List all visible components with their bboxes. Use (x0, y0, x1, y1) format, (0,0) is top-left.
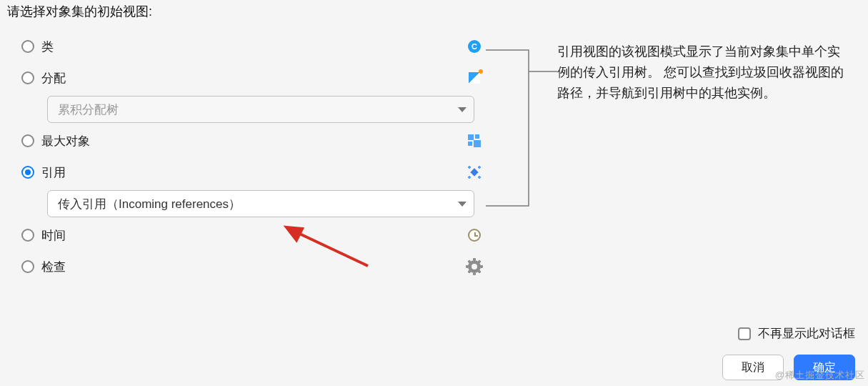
prompt-label: 请选择对象集的初始视图: (7, 3, 482, 20)
allocation-icon (467, 70, 482, 86)
option-label: 时间 (41, 227, 66, 244)
option-time[interactable]: 时间 (7, 222, 482, 249)
initial-view-panel: 请选择对象集的初始视图: 类 C 分配 累积分配树 最大对象 (7, 3, 482, 280)
dont-show-again[interactable]: 不再显示此对话框 (738, 325, 855, 342)
radio-time[interactable] (21, 229, 34, 242)
option-inspection[interactable]: 检查 (7, 253, 482, 280)
option-label: 引用 (41, 164, 66, 181)
gear-icon (467, 259, 482, 274)
description-bracket (486, 43, 557, 214)
cancel-button[interactable]: 取消 (722, 355, 784, 380)
dialog-footer: 不再显示此对话框 取消 确定 (722, 325, 855, 380)
radio-reference[interactable] (21, 166, 34, 179)
dropdown-value: 累积分配树 (58, 102, 119, 118)
allocation-tree-dropdown: 累积分配树 (47, 96, 474, 123)
option-label: 分配 (41, 70, 66, 86)
option-label: 最大对象 (41, 133, 90, 149)
reference-icon (467, 164, 482, 180)
option-allocation[interactable]: 分配 (7, 64, 482, 91)
radio-allocation[interactable] (21, 71, 34, 84)
reference-mode-dropdown[interactable]: 传入引用（Incoming references） (47, 190, 474, 217)
biggest-objects-icon (467, 133, 482, 149)
svg-line-0 (295, 232, 368, 266)
description-text: 引用视图的该视图模式显示了当前对象集中单个实例的传入引用树。 您可以查找到垃圾回… (557, 41, 847, 103)
ok-button[interactable]: 确定 (794, 355, 855, 380)
checkbox[interactable] (738, 327, 751, 340)
options-group: 类 C 分配 累积分配树 最大对象 引用 (7, 33, 482, 280)
checkbox-label: 不再显示此对话框 (758, 325, 855, 342)
class-icon: C (467, 39, 482, 54)
dropdown-value: 传入引用（Incoming references） (58, 196, 241, 212)
clock-icon (467, 227, 482, 243)
radio-biggest[interactable] (21, 134, 34, 147)
radio-class[interactable] (21, 40, 34, 53)
svg-marker-1 (286, 227, 302, 240)
option-label: 检查 (41, 259, 66, 275)
chevron-down-icon (458, 202, 467, 207)
option-label: 类 (41, 39, 54, 55)
option-biggest[interactable]: 最大对象 (7, 127, 482, 154)
annotation-arrow (282, 223, 375, 273)
chevron-down-icon (458, 107, 467, 112)
radio-inspection[interactable] (21, 260, 34, 273)
option-reference[interactable]: 引用 (7, 159, 482, 186)
option-class[interactable]: 类 C (7, 33, 482, 60)
